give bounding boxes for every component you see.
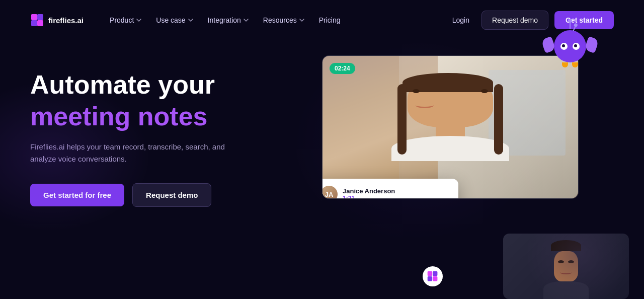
chevron-down-icon: [136, 17, 142, 23]
nav-item-pricing[interactable]: Pricing: [313, 12, 347, 28]
video-card-main: 02:24 JA Janice Anderson 1:21 I'll send …: [322, 55, 579, 199]
nav-links: Product Use case Integration Resources P…: [104, 12, 446, 28]
logo-icon: [30, 13, 44, 27]
hero-subtitle: Fireflies.ai helps your team record, tra…: [30, 141, 226, 165]
svg-rect-0: [31, 14, 37, 20]
svg-rect-1: [37, 14, 43, 20]
bot-eye-left: [560, 43, 568, 50]
ff-logo-icon: [427, 270, 439, 282]
fireflies-logo-bottom: [423, 266, 443, 286]
chat-info: Janice Anderson 1:21: [343, 187, 395, 199]
navbar: fireflies.ai Product Use case Integratio…: [0, 0, 644, 40]
hero-right-content: 02:24 JA Janice Anderson 1:21 I'll send …: [292, 50, 614, 299]
bot-wings: [543, 38, 597, 53]
nav-item-integration[interactable]: Integration: [202, 12, 255, 28]
svg-rect-2: [31, 20, 37, 26]
nav-item-product[interactable]: Product: [104, 12, 148, 28]
chat-avatar: JA: [322, 186, 338, 199]
bot-foot-left: [562, 62, 568, 67]
nav-item-resources[interactable]: Resources: [257, 12, 311, 28]
chat-header: JA Janice Anderson 1:21: [322, 186, 450, 199]
bot-eye-right: [573, 43, 580, 50]
video-card-secondary: [503, 234, 629, 299]
video-person-2: [503, 234, 629, 299]
svg-rect-5: [433, 271, 437, 276]
chat-time: 1:21: [343, 195, 395, 199]
login-button[interactable]: Login: [446, 12, 475, 28]
nav-actions: Login Request demo Get started: [446, 11, 614, 30]
svg-rect-6: [428, 276, 432, 281]
chevron-down-icon: [243, 17, 249, 23]
bot-mascot: [554, 30, 586, 62]
hero-cta-secondary[interactable]: Request demo: [132, 183, 211, 207]
chevron-down-icon: [188, 17, 194, 23]
logo-text: fireflies.ai: [48, 16, 84, 25]
bot-foot-right: [572, 62, 578, 67]
request-demo-button[interactable]: Request demo: [481, 11, 548, 30]
chevron-down-icon: [299, 17, 305, 23]
chat-bubble: JA Janice Anderson 1:21 I'll send out th…: [322, 179, 458, 199]
svg-rect-7: [433, 276, 437, 281]
nav-item-usecase[interactable]: Use case: [150, 12, 199, 28]
chat-name: Janice Anderson: [343, 187, 395, 195]
svg-rect-3: [37, 20, 43, 26]
hero-title: Automate your meeting notes: [30, 70, 292, 131]
hero-cta-primary[interactable]: Get started for free: [30, 184, 124, 206]
bot-wing-left: [541, 36, 556, 53]
hero-left-content: Automate your meeting notes Fireflies.ai…: [30, 50, 292, 207]
get-started-button[interactable]: Get started: [554, 11, 614, 29]
bot-body: [554, 30, 586, 62]
hero-section: Automate your meeting notes Fireflies.ai…: [0, 40, 644, 299]
svg-rect-4: [428, 271, 432, 276]
bot-feet: [562, 62, 578, 67]
logo[interactable]: fireflies.ai: [30, 13, 84, 27]
bot-wing-right: [584, 36, 599, 53]
timer-badge: 02:24: [330, 63, 355, 74]
bot-antenna: [570, 21, 571, 29]
hero-buttons: Get started for free Request demo: [30, 183, 292, 207]
